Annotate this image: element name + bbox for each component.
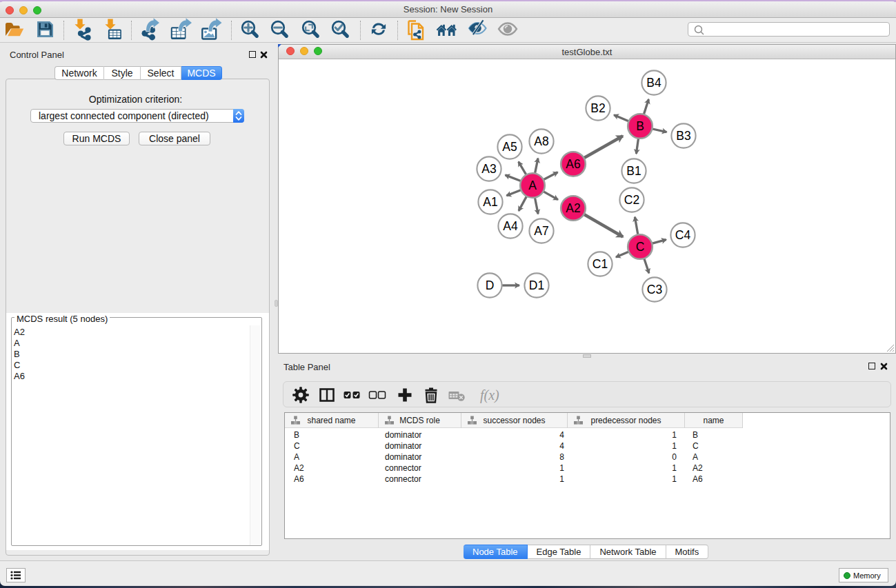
svg-text:A3: A3	[481, 162, 496, 176]
svg-text:A5: A5	[502, 140, 517, 154]
svg-text:A8: A8	[534, 134, 548, 148]
svg-text:D1: D1	[529, 278, 544, 292]
svg-text:f(x): f(x)	[480, 387, 499, 403]
svg-text:C: C	[636, 240, 645, 254]
svg-text:B: B	[636, 119, 644, 133]
svg-text:B4: B4	[646, 76, 661, 90]
svg-text:D: D	[486, 278, 495, 292]
svg-text:A: A	[528, 179, 537, 192]
svg-text:C1: C1	[593, 257, 608, 271]
svg-text:A1: A1	[483, 195, 497, 209]
svg-text:C2: C2	[624, 193, 639, 207]
svg-text:A6: A6	[566, 157, 580, 171]
svg-text:C4: C4	[675, 228, 691, 242]
svg-text:B1: B1	[626, 164, 641, 178]
svg-text:A2: A2	[566, 201, 580, 215]
svg-text:B2: B2	[590, 101, 605, 115]
svg-text:B3: B3	[676, 129, 690, 143]
svg-text:C3: C3	[647, 283, 662, 296]
svg-text:A7: A7	[534, 224, 548, 238]
svg-text:A4: A4	[503, 219, 518, 233]
